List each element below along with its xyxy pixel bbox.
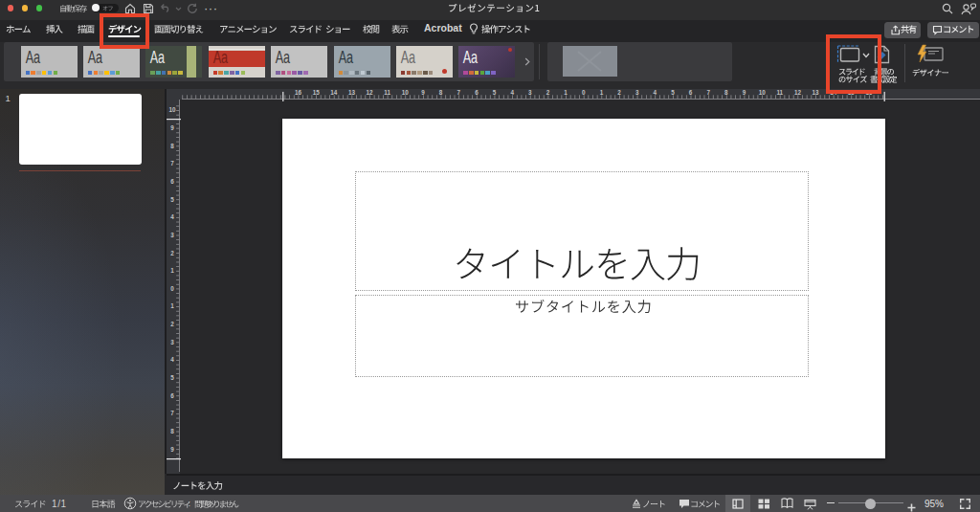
svg-text:9: 9 <box>170 446 174 453</box>
svg-text:Aa: Aa <box>463 48 479 67</box>
svg-text:Aa: Aa <box>88 48 103 67</box>
svg-text:7: 7 <box>170 410 174 416</box>
svg-text:5: 5 <box>671 89 675 96</box>
svg-text:Aa: Aa <box>212 48 228 67</box>
svg-text:3: 3 <box>170 339 174 345</box>
svg-text:11: 11 <box>776 89 783 96</box>
svg-text:Aa: Aa <box>338 48 353 67</box>
svg-text:5: 5 <box>493 89 497 96</box>
svg-text:1: 1 <box>600 89 604 96</box>
svg-text:1: 1 <box>170 267 174 274</box>
svg-text:3: 3 <box>528 89 532 96</box>
svg-text:13: 13 <box>348 89 356 96</box>
svg-text:8: 8 <box>170 428 174 434</box>
svg-text:10: 10 <box>168 106 176 113</box>
svg-text:3: 3 <box>635 89 639 96</box>
svg-text:Aa: Aa <box>276 48 291 67</box>
svg-text:2: 2 <box>170 321 174 327</box>
svg-text:7: 7 <box>457 89 461 96</box>
svg-text:12: 12 <box>367 89 374 96</box>
svg-text:Aa: Aa <box>25 48 40 67</box>
svg-text:4: 4 <box>170 213 174 220</box>
svg-text:5: 5 <box>170 196 174 203</box>
svg-text:13: 13 <box>813 89 820 96</box>
svg-text:1: 1 <box>564 89 568 96</box>
svg-text:8: 8 <box>724 89 728 96</box>
svg-text:9: 9 <box>743 89 746 96</box>
svg-text:Aa: Aa <box>401 48 416 67</box>
svg-text:0: 0 <box>582 89 586 96</box>
svg-text:9: 9 <box>421 89 425 96</box>
svg-text:8: 8 <box>170 143 174 149</box>
svg-text:15: 15 <box>313 89 321 96</box>
svg-text:7: 7 <box>706 89 710 96</box>
svg-text:1: 1 <box>170 302 174 309</box>
svg-text:11: 11 <box>384 89 390 96</box>
svg-text:4: 4 <box>170 356 174 363</box>
svg-text:16: 16 <box>295 89 302 96</box>
svg-text:6: 6 <box>475 89 479 96</box>
svg-text:6: 6 <box>170 392 174 399</box>
svg-text:12: 12 <box>794 89 802 96</box>
svg-text:10: 10 <box>759 89 767 96</box>
svg-text:14: 14 <box>330 89 338 96</box>
svg-text:6: 6 <box>689 89 693 96</box>
svg-text:7: 7 <box>170 160 174 167</box>
svg-text:8: 8 <box>439 89 443 96</box>
svg-text:4: 4 <box>510 89 514 96</box>
svg-text:10: 10 <box>402 89 410 96</box>
svg-text:4: 4 <box>654 89 657 96</box>
svg-text:2: 2 <box>617 89 621 96</box>
svg-text:3: 3 <box>170 232 174 238</box>
svg-text:2: 2 <box>170 250 174 256</box>
svg-text:6: 6 <box>170 178 174 185</box>
svg-text:5: 5 <box>170 374 174 381</box>
svg-text:2: 2 <box>546 89 550 96</box>
svg-text:0: 0 <box>170 285 174 292</box>
svg-text:9: 9 <box>170 124 174 131</box>
svg-text:Aa: Aa <box>150 48 166 67</box>
